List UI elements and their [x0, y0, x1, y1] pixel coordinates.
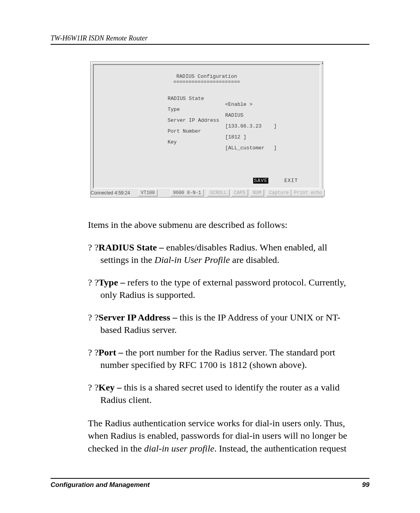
para-l1: The Radius authentication service works … — [88, 418, 345, 428]
li1-italic: Dial-in User Profile — [154, 255, 230, 265]
li3-bold: Server IP Address – — [98, 312, 179, 322]
list-item-1: ? ?RADIUS State – enables/disables Radiu… — [88, 241, 360, 266]
list-item-4: ? ?Port – the port number for the Radius… — [88, 346, 360, 371]
list-item-2: ? ?Type – refers to the type of external… — [88, 276, 360, 301]
status-baud: 9600 8-N-1 — [170, 189, 204, 196]
terminal-screenshot: RADIUS Configuration ===================… — [90, 61, 323, 198]
status-capture: Capture — [266, 189, 291, 196]
save-button[interactable]: SAVE — [253, 178, 268, 184]
li5-bold: Key – — [98, 382, 124, 392]
para-l2: when Radius is enabled, passwords for di… — [88, 431, 347, 441]
bullet-marker: ? ? — [88, 242, 98, 252]
page-header: TW-H6W1IR ISDN Remote Router — [51, 34, 369, 45]
status-print: Print echo — [291, 189, 325, 196]
terminal-window: RADIUS Configuration ===================… — [90, 61, 323, 198]
header-title: TW-H6W1IR ISDN Remote Router — [51, 34, 148, 42]
row-key: Key [ALL_customer ] — [94, 133, 320, 157]
intro-text: Items in the above submenu are described… — [88, 219, 360, 231]
terminal-title: RADIUS Configuration — [94, 74, 320, 79]
li5-rest: this is a shared secret used to identify… — [124, 382, 340, 392]
status-scroll: SCROLL — [207, 189, 229, 196]
li1-tail: are disabled. — [230, 255, 279, 265]
bullet-marker: ? ? — [88, 312, 98, 322]
footer-page-number: 99 — [362, 481, 369, 489]
li4-cont: number specified by RFC 1700 is 1812 (sh… — [100, 360, 307, 370]
li3-rest: this is the IP Address of your UNIX or N… — [180, 312, 341, 322]
bullet-marker: ? ? — [88, 347, 98, 357]
status-caps: CAPS — [231, 189, 248, 196]
footer-section: Configuration and Management — [51, 481, 150, 488]
li2-bold: Type – — [98, 277, 127, 287]
label-key: Key — [168, 139, 177, 145]
li5-cont: Radius client. — [100, 395, 152, 405]
para-l3b: . Instead, the authentication request — [214, 443, 346, 453]
para-l3-italic: dial-in user profile — [144, 443, 214, 453]
para-l3a: checked in the — [88, 443, 144, 453]
terminal-inner: RADIUS Configuration ===================… — [93, 64, 320, 189]
status-bar: Connected 4:59:24 VT100 9600 8-N-1 SCROL… — [91, 189, 323, 197]
li4-rest: the port number for the Radius server. T… — [126, 347, 335, 357]
status-num: NUM — [250, 189, 264, 196]
page-footer: Configuration and Management 99 — [51, 478, 369, 489]
li1-cont: settings in the — [100, 255, 154, 265]
bullet-marker: ? ? — [88, 382, 98, 392]
li2-rest: refers to the type of external password … — [128, 277, 346, 287]
li3-cont: based Radius server. — [100, 325, 177, 335]
final-paragraph: The Radius authentication service works … — [88, 417, 360, 455]
terminal-title-underline: ====================== — [94, 79, 320, 85]
list-item-5: ? ?Key – this is a shared secret used to… — [88, 381, 360, 406]
bullet-marker: ? ? — [88, 277, 98, 287]
li1-bold: RADIUS State – — [98, 242, 166, 252]
li4-bold: Port – — [98, 347, 125, 357]
status-connected: Connected 4:59:24 — [91, 190, 130, 196]
exit-button[interactable]: EXIT — [284, 178, 298, 184]
list-item-3: ? ?Server IP Address – this is the IP Ad… — [88, 311, 360, 336]
value-key[interactable]: [ALL_customer ] — [225, 145, 277, 151]
status-term: VT100 — [138, 189, 158, 196]
li2-cont: only Radius is supported. — [100, 290, 195, 300]
li1-rest: enables/disables Radius. When enabled, a… — [166, 242, 327, 252]
